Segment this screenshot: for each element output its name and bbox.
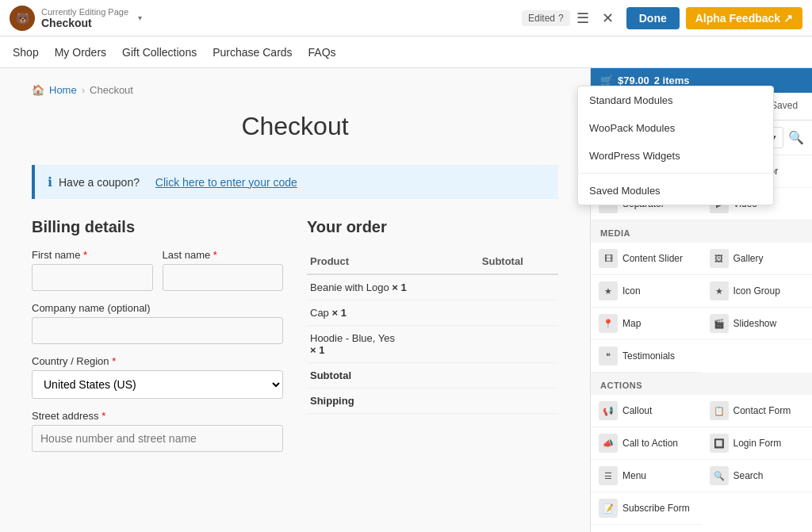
nav-my-orders[interactable]: My Orders: [55, 46, 106, 59]
order-title: Your order: [307, 218, 558, 236]
actions-modules-grid: 📢 Callout 📋 Contact Form 📣 Call to Actio…: [591, 395, 812, 525]
editing-info: Currently Editing Page Checkout: [41, 7, 128, 29]
edited-label: Edited: [528, 13, 555, 24]
street-group: Street address *: [32, 410, 283, 452]
table-row: Subtotal: [307, 363, 558, 388]
dropdown-item-woopack[interactable]: WooPack Modules: [578, 114, 773, 142]
country-select[interactable]: United States (US): [32, 370, 283, 399]
col-subtotal: Subtotal: [479, 249, 558, 274]
page-title: Checkout: [32, 112, 558, 141]
nav-purchase-cards[interactable]: Purchase Cards: [213, 46, 292, 59]
close-button[interactable]: ✕: [596, 6, 620, 30]
top-bar-left: 🐻 Currently Editing Page Checkout ▾: [10, 6, 522, 31]
last-name-label: Last name *: [163, 249, 284, 261]
last-name-input[interactable]: [163, 264, 284, 291]
content-slider-icon: 🎞: [599, 249, 618, 268]
editing-dropdown-arrow[interactable]: ▾: [138, 13, 142, 22]
module-icon-group-label: Icon Group: [733, 285, 780, 297]
cart-price: $79.00: [618, 75, 649, 86]
order-summary: Your order Product Subtotal Beanie with …: [307, 218, 558, 463]
country-label: Country / Region *: [32, 355, 283, 367]
dropdown-divider: [578, 173, 773, 174]
module-map[interactable]: 📍 Map: [591, 308, 702, 340]
module-contact-form[interactable]: 📋 Contact Form: [702, 395, 813, 427]
module-subscribe-form[interactable]: 📝 Subscribe Form: [591, 492, 702, 525]
editing-label: Currently Editing Page: [41, 7, 128, 17]
subscribe-form-icon: 📝: [599, 499, 618, 518]
table-row: Shipping: [307, 388, 558, 414]
top-bar: 🐻 Currently Editing Page Checkout ▾ Edit…: [0, 0, 812, 36]
subtotal-label: Subtotal: [307, 363, 479, 388]
item-price: [479, 326, 558, 363]
group-dropdown: Standard Modules WooPack Modules WordPre…: [577, 86, 774, 205]
company-name-group: Company name (optional): [32, 302, 283, 344]
first-name-label: First name *: [32, 249, 153, 261]
module-content-slider-label: Content Slider: [622, 253, 683, 264]
nav: Shop My Orders Gift Collections Purchase…: [0, 36, 812, 68]
module-testimonials-label: Testimonials: [622, 350, 675, 362]
required-star: *: [112, 355, 116, 367]
search-button[interactable]: 🔍: [788, 130, 804, 145]
module-slideshow[interactable]: 🎬 Slideshow: [702, 308, 813, 340]
item-name: Cap × 1: [307, 300, 479, 326]
subtotal-value: [479, 363, 558, 388]
slideshow-icon: 🎬: [710, 314, 729, 333]
nav-faqs[interactable]: FAQs: [308, 46, 336, 59]
help-icon: ?: [558, 13, 564, 24]
billing-title: Billing details: [32, 218, 283, 236]
dropdown-item-wordpress[interactable]: WordPress Widgets: [578, 142, 773, 170]
module-call-to-action[interactable]: 📣 Call to Action: [591, 427, 702, 460]
alpha-feedback-button[interactable]: Alpha Feedback ↗: [686, 7, 802, 29]
module-slideshow-label: Slideshow: [733, 318, 777, 329]
company-input[interactable]: [32, 317, 283, 344]
module-icon-group[interactable]: ★ Icon Group: [702, 275, 813, 308]
list-icon[interactable]: ☰: [576, 10, 589, 27]
module-search[interactable]: 🔍 Search: [702, 460, 813, 492]
table-row: Beanie with Logo × 1: [307, 274, 558, 300]
item-name: Hoodie - Blue, Yes× 1: [307, 326, 479, 363]
breadcrumb-home[interactable]: Home: [49, 84, 77, 96]
module-gallery-label: Gallery: [733, 253, 764, 264]
actions-section-title: Actions: [591, 373, 812, 395]
item-price: [479, 300, 558, 326]
right-panel: 🛒 $79.00 2 items Modules Rows Templates …: [590, 68, 812, 532]
company-label: Company name (optional): [32, 302, 283, 314]
edited-badge: Edited ?: [522, 10, 570, 26]
nav-gift-collections[interactable]: Gift Collections: [122, 46, 197, 59]
cart-icon: 🛒: [600, 75, 613, 86]
cart-items: 2 items: [654, 75, 690, 86]
name-row: First name * Last name *: [32, 249, 283, 302]
module-testimonials[interactable]: ❝ Testimonials: [591, 340, 702, 373]
map-icon: 📍: [599, 314, 618, 333]
contact-form-icon: 📋: [710, 401, 729, 420]
editing-page: Checkout: [41, 17, 128, 29]
required-star: *: [83, 249, 87, 261]
street-input[interactable]: [32, 425, 283, 452]
module-callout-label: Callout: [622, 405, 652, 416]
media-modules-grid: 🎞 Content Slider 🖼 Gallery ★ Icon ★ Icon…: [591, 243, 812, 373]
breadcrumb: 🏠 Home › Checkout: [32, 84, 558, 96]
module-contact-form-label: Contact Form: [733, 405, 791, 416]
module-content-slider[interactable]: 🎞 Content Slider: [591, 243, 702, 275]
module-gallery[interactable]: 🖼 Gallery: [702, 243, 813, 275]
layout: 🏠 Home › Checkout Checkout ℹ Have a coup…: [0, 68, 812, 532]
billing-details: Billing details First name * Last name *: [32, 218, 283, 463]
module-icon[interactable]: ★ Icon: [591, 275, 702, 308]
module-callout[interactable]: 📢 Callout: [591, 395, 702, 427]
module-login-form[interactable]: 🔲 Login Form: [702, 427, 813, 460]
dropdown-item-standard[interactable]: Standard Modules: [578, 86, 773, 114]
table-row: Hoodie - Blue, Yes× 1: [307, 326, 558, 363]
street-label: Street address *: [32, 410, 283, 422]
module-menu-label: Menu: [622, 470, 646, 481]
dropdown-item-saved[interactable]: Saved Modules: [578, 177, 773, 205]
breadcrumb-separator: ›: [82, 84, 85, 96]
item-name: Beanie with Logo × 1: [307, 274, 479, 300]
icon-module-icon: ★: [599, 281, 618, 300]
table-row: Cap × 1: [307, 300, 558, 326]
nav-shop[interactable]: Shop: [13, 46, 39, 59]
module-menu[interactable]: ☰ Menu: [591, 460, 702, 492]
first-name-input[interactable]: [32, 264, 153, 291]
done-button[interactable]: Done: [626, 7, 680, 29]
coupon-link[interactable]: Click here to enter your code: [155, 176, 297, 189]
breadcrumb-current: Checkout: [90, 84, 133, 96]
